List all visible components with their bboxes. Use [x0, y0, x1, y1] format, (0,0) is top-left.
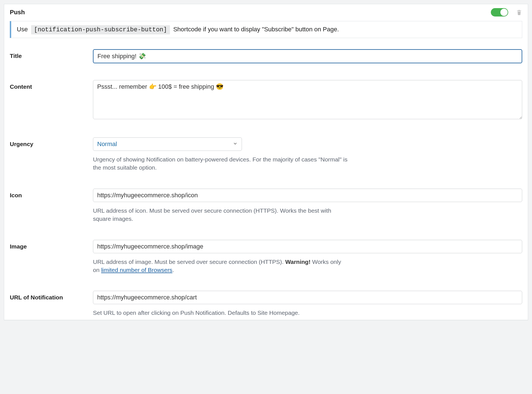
label-url: URL of Notification	[10, 291, 93, 301]
input-url[interactable]	[93, 291, 522, 304]
label-image: Image	[10, 240, 93, 250]
helper-url: Set URL to open after clicking on Push N…	[93, 309, 348, 317]
input-title[interactable]	[93, 49, 522, 63]
textarea-content[interactable]: Pssst... remember 👉 100$ = free shipping…	[93, 80, 522, 119]
label-urgency: Urgency	[10, 137, 93, 147]
label-content: Content	[10, 80, 93, 90]
row-image: Image URL address of image. Must be serv…	[10, 240, 522, 274]
notice-prefix: Use	[17, 26, 28, 33]
input-image[interactable]	[93, 240, 522, 253]
chevron-down-icon	[233, 140, 238, 148]
select-urgency-value: Normal	[97, 140, 233, 148]
card-header: Push	[4, 4, 528, 19]
row-title: Title	[10, 49, 522, 63]
push-form: Title Content Pssst... remember 👉 100$ =…	[4, 45, 528, 320]
row-urgency: Urgency Normal Urgency of showing Notifi…	[10, 137, 522, 172]
notice-suffix: Shortcode if you want to display "Subscr…	[173, 26, 339, 33]
label-title: Title	[10, 49, 93, 59]
row-content: Content Pssst... remember 👉 100$ = free …	[10, 80, 522, 121]
helper-icon: URL address of icon. Must be served over…	[93, 207, 348, 223]
helper-urgency: Urgency of showing Notification on batte…	[93, 155, 348, 172]
browsers-link[interactable]: limited number of Browsers	[101, 267, 172, 273]
push-settings-card: Push Use [notification-push-subscribe-bu…	[4, 4, 528, 320]
input-icon[interactable]	[93, 189, 522, 202]
label-icon: Icon	[10, 189, 93, 199]
select-urgency[interactable]: Normal	[93, 137, 242, 151]
row-icon: Icon URL address of icon. Must be served…	[10, 189, 522, 223]
helper-image: URL address of image. Must be served ove…	[93, 258, 348, 274]
card-title: Push	[10, 9, 491, 16]
row-url: URL of Notification Set URL to open afte…	[10, 291, 522, 317]
shortcode-notice: Use [notification-push-subscribe-button]…	[10, 21, 522, 38]
shortcode-code: [notification-push-subscribe-button]	[31, 25, 170, 34]
trash-icon[interactable]	[516, 9, 522, 15]
enable-toggle[interactable]	[491, 8, 508, 17]
